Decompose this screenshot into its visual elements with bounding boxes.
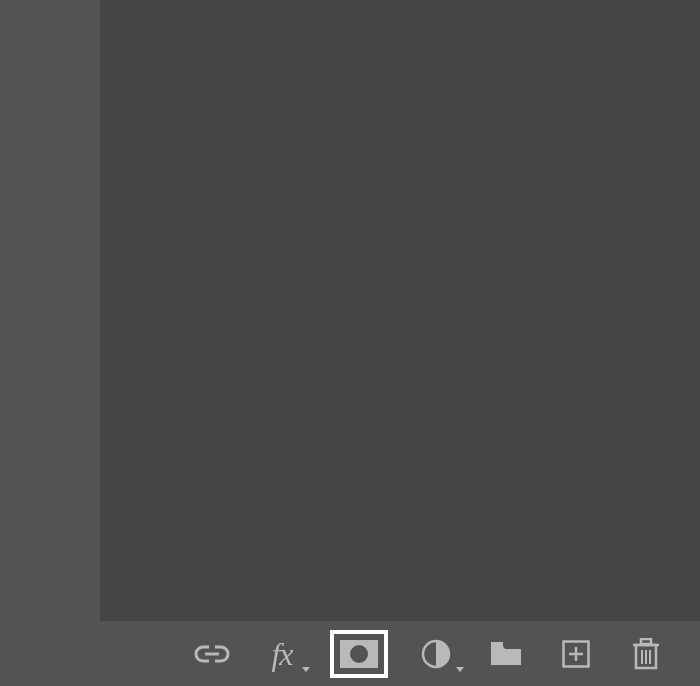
adjustment-icon xyxy=(421,639,451,669)
delete-layer-button[interactable] xyxy=(624,632,668,676)
adjustment-layer-button[interactable] xyxy=(414,632,458,676)
new-layer-button[interactable] xyxy=(554,632,598,676)
svg-point-2 xyxy=(350,645,368,663)
layers-panel-footer: fx xyxy=(0,621,700,686)
new-group-button[interactable] xyxy=(484,632,528,676)
left-gutter-inner xyxy=(4,0,92,623)
link-layers-button[interactable] xyxy=(190,632,234,676)
folder-icon xyxy=(490,641,522,667)
layer-style-button[interactable]: fx xyxy=(260,632,304,676)
link-icon xyxy=(194,644,230,664)
add-layer-mask-button[interactable] xyxy=(330,630,388,678)
dropdown-caret-icon xyxy=(302,667,310,672)
new-layer-icon xyxy=(562,640,590,668)
layers-list-area[interactable] xyxy=(100,0,700,621)
dropdown-caret-icon xyxy=(456,667,464,672)
svg-rect-4 xyxy=(491,642,503,647)
fx-icon: fx xyxy=(271,638,292,670)
left-gutter xyxy=(0,0,96,686)
mask-icon xyxy=(340,640,378,668)
svg-rect-10 xyxy=(641,639,651,644)
footer-toolbar: fx xyxy=(190,621,668,686)
trash-icon xyxy=(633,638,659,670)
layers-panel-fragment: fx xyxy=(0,0,700,686)
